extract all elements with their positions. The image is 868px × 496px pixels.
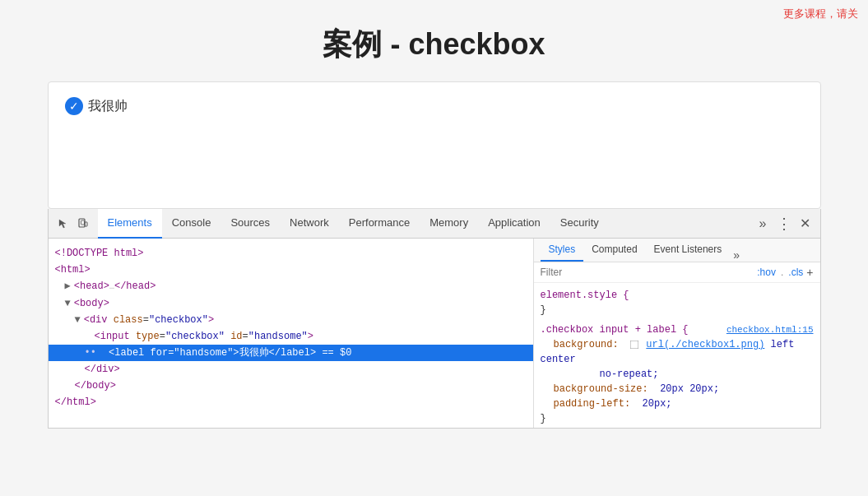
filter-plus-button[interactable]: + <box>806 266 813 279</box>
filter-cls-button[interactable]: .cls <box>788 267 803 278</box>
device-icon[interactable] <box>75 216 91 232</box>
styles-tab-event-listeners[interactable]: Event Listeners <box>646 239 731 262</box>
element-style-selector: element.style { <box>541 288 814 303</box>
svg-rect-2 <box>85 222 87 226</box>
checkbox-label-rule: .checkbox input + label { checkbox.html:… <box>541 322 814 426</box>
html-line-body-close[interactable]: </body> <box>49 378 533 394</box>
tab-security[interactable]: Security <box>550 209 609 239</box>
svg-rect-0 <box>79 219 85 227</box>
devtools-toolbar: Elements Console Sources Network Perform… <box>49 209 820 239</box>
checkbox-bg-url[interactable]: url(./checkbox1.png) <box>646 339 764 350</box>
html-line-label[interactable]: •• <label for="handsome">我很帅</label> == … <box>49 345 533 361</box>
html-panel: <!DOCTYPE html> <html> ▶<head>…</head> ▼… <box>49 239 534 428</box>
checkbox-rule-padding: padding-left: 20px; <box>541 396 814 411</box>
tab-memory[interactable]: Memory <box>420 209 478 239</box>
more-tabs-button[interactable]: » <box>754 216 772 231</box>
svg-rect-3 <box>630 341 638 349</box>
bg-color-dot[interactable] <box>630 339 646 350</box>
html-line-head[interactable]: ▶<head>…</head> <box>49 278 533 295</box>
devtools-body: <!DOCTYPE html> <html> ▶<head>…</head> ▼… <box>49 239 820 428</box>
styles-filter-bar: :hov . .cls + <box>534 262 820 283</box>
filter-hov-button[interactable]: :hov <box>757 267 776 278</box>
checkbox-rule-bg-prop: background: url(./checkbox1.png) left ce… <box>541 337 814 367</box>
tab-application[interactable]: Application <box>478 209 550 239</box>
checkbox-rule-source[interactable]: checkbox.html:15 <box>726 322 814 337</box>
checkbox-rule-bg-size: background-size: 20px 20px; <box>541 382 814 396</box>
html-line-div-close[interactable]: </div> <box>49 361 533 378</box>
styles-tab-styles[interactable]: Styles <box>541 239 584 262</box>
element-style-rule: element.style { } <box>541 288 814 318</box>
html-line-html-close[interactable]: </html> <box>49 394 533 410</box>
html-line-html-open[interactable]: <html> <box>49 262 533 278</box>
toolbar-icon-group <box>55 216 91 232</box>
checkbox-rule-selector-line: .checkbox input + label { checkbox.html:… <box>541 322 814 337</box>
styles-panel: Styles Computed Event Listeners » :hov .… <box>534 239 820 428</box>
tab-sources[interactable]: Sources <box>220 209 280 239</box>
checkbox-demo: ✓ 我很帅 <box>65 97 128 115</box>
styles-filter-input[interactable] <box>541 267 754 278</box>
checkbox-rule-bg-no-repeat: no-repeat; <box>541 367 814 382</box>
demo-area: ✓ 我很帅 <box>48 81 821 209</box>
html-line-input[interactable]: <input type="checkbox" id="handsome"> <box>49 328 533 345</box>
page-container: 更多课程，请关 案例 - checkbox ✓ 我很帅 <box>0 0 868 496</box>
checkbox-rule-closing: } <box>541 411 814 426</box>
devtools-close-button[interactable]: ✕ <box>796 216 814 231</box>
checkbox-checked-icon: ✓ <box>65 97 83 115</box>
checkbox-label: 我很帅 <box>88 98 128 115</box>
tab-elements[interactable]: Elements <box>98 209 162 239</box>
element-style-closing: } <box>541 303 814 318</box>
tab-network[interactable]: Network <box>280 209 339 239</box>
html-line-div[interactable]: ▼<div class="checkbox"> <box>49 312 533 328</box>
cursor-icon[interactable] <box>55 216 72 232</box>
devtools-menu-button[interactable]: ⋮ <box>772 215 796 233</box>
styles-tabs: Styles Computed Event Listeners » <box>534 239 820 262</box>
svg-rect-1 <box>81 220 84 225</box>
styles-more-tabs[interactable]: » <box>733 248 740 262</box>
html-line-doctype[interactable]: <!DOCTYPE html> <box>49 245 533 262</box>
tab-performance[interactable]: Performance <box>339 209 420 239</box>
styles-content: element.style { } .checkbox input + labe… <box>534 283 820 428</box>
tab-console[interactable]: Console <box>162 209 221 239</box>
styles-tab-computed[interactable]: Computed <box>583 239 645 262</box>
devtools-panel: Elements Console Sources Network Perform… <box>48 209 821 429</box>
page-title: 案例 - checkbox <box>323 25 545 65</box>
top-right-link: 更多课程，请关 <box>783 7 858 21</box>
html-line-body-open[interactable]: ▼<body> <box>49 295 533 312</box>
